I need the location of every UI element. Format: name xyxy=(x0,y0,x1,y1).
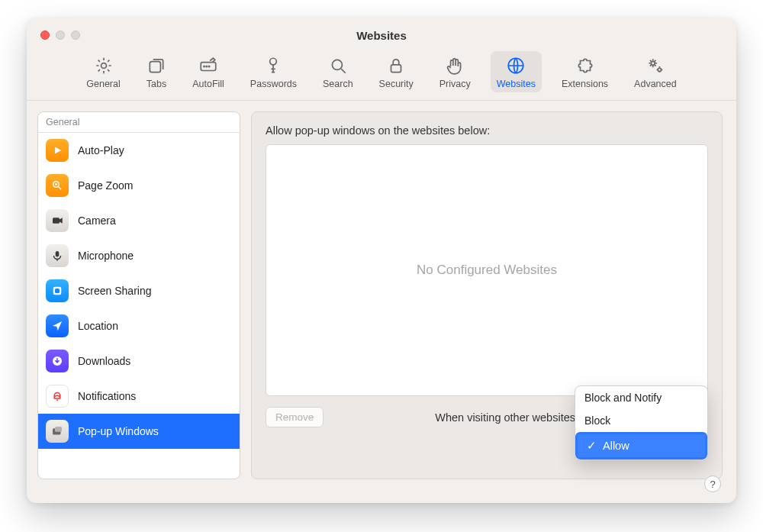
sidebar-item-downloads[interactable]: Downloads xyxy=(38,343,240,379)
sidebar-item-label: Microphone xyxy=(78,250,134,262)
tab-label: Passwords xyxy=(250,79,297,89)
tab-label: Advanced xyxy=(634,79,677,89)
tab-general[interactable]: General xyxy=(80,51,126,92)
sidebar-item-label: Location xyxy=(78,320,118,332)
list-empty-text: No Configured Websites xyxy=(417,263,557,278)
sidebar: General Auto-Play Page Zoom Camera Micro… xyxy=(37,111,240,479)
svg-point-0 xyxy=(101,63,106,69)
window-title: Websites xyxy=(27,18,736,42)
popup-icon xyxy=(46,420,69,443)
tab-label: Tabs xyxy=(146,79,166,89)
tab-label: Websites xyxy=(497,79,536,89)
tab-search[interactable]: Search xyxy=(317,51,359,92)
sidebar-item-label: Downloads xyxy=(78,355,130,367)
svg-point-5 xyxy=(208,66,209,66)
sidebar-item-label: Notifications xyxy=(78,390,136,402)
autofill-icon xyxy=(198,56,218,76)
svg-point-10 xyxy=(651,61,655,65)
menu-item-block-and-notify[interactable]: Block and Notify xyxy=(575,386,707,409)
svg-rect-14 xyxy=(56,251,60,257)
tab-tabs[interactable]: Tabs xyxy=(140,51,172,92)
policy-dropdown-menu: Block and Notify Block ✓ Allow xyxy=(575,385,708,460)
tab-passwords[interactable]: Passwords xyxy=(244,51,303,92)
search-icon xyxy=(328,56,348,76)
svg-rect-16 xyxy=(55,289,60,293)
download-icon xyxy=(46,350,69,372)
svg-point-6 xyxy=(270,58,277,65)
tab-extensions[interactable]: Extensions xyxy=(555,51,614,92)
screenshare-icon xyxy=(46,279,69,302)
menu-item-label: Allow xyxy=(603,440,629,452)
tab-label: Search xyxy=(323,79,353,89)
sidebar-item-label: Pop-up Windows xyxy=(78,425,159,437)
hand-icon xyxy=(445,56,465,76)
sidebar-item-page-zoom[interactable]: Page Zoom xyxy=(38,168,240,203)
svg-point-4 xyxy=(206,66,207,66)
bell-icon xyxy=(46,385,69,408)
sidebar-item-notifications[interactable]: Notifications xyxy=(38,379,240,414)
svg-rect-13 xyxy=(53,218,60,224)
menu-item-block[interactable]: Block xyxy=(575,409,707,432)
puzzle-icon xyxy=(575,56,595,76)
tab-label: Security xyxy=(379,79,414,89)
svg-rect-8 xyxy=(391,65,401,73)
preferences-window: Websites General Tabs AutoFill Passwords… xyxy=(27,18,736,503)
svg-point-11 xyxy=(658,68,661,71)
tab-label: Privacy xyxy=(439,79,471,89)
svg-rect-20 xyxy=(55,427,62,432)
mic-icon xyxy=(46,244,69,267)
svg-point-18 xyxy=(56,399,58,401)
check-icon: ✓ xyxy=(587,440,597,452)
main-panel: Allow pop-up windows on the websites bel… xyxy=(251,111,723,479)
camera-icon xyxy=(46,209,69,232)
gears-icon xyxy=(645,56,665,76)
tab-autofill[interactable]: AutoFill xyxy=(186,51,230,92)
location-icon xyxy=(46,314,69,337)
minimize-window-button[interactable] xyxy=(56,31,65,40)
sidebar-item-screen-sharing[interactable]: Screen Sharing xyxy=(38,273,240,308)
tab-websites[interactable]: Websites xyxy=(491,51,542,92)
sidebar-section-header: General xyxy=(38,112,240,133)
websites-list[interactable]: No Configured Websites xyxy=(266,144,708,396)
svg-point-7 xyxy=(332,60,342,69)
sidebar-item-popup-windows[interactable]: Pop-up Windows xyxy=(38,414,240,449)
gear-icon xyxy=(94,56,114,76)
play-icon xyxy=(46,139,69,162)
tab-security[interactable]: Security xyxy=(373,51,420,92)
key-icon xyxy=(263,56,283,76)
tab-label: AutoFill xyxy=(192,79,224,89)
svg-point-3 xyxy=(204,66,204,66)
tab-label: General xyxy=(86,79,120,89)
remove-button[interactable]: Remove xyxy=(266,407,324,427)
tabs-icon xyxy=(146,56,166,76)
globe-icon xyxy=(506,56,526,76)
sidebar-item-location[interactable]: Location xyxy=(38,308,240,343)
tab-label: Extensions xyxy=(562,79,608,89)
sidebar-item-microphone[interactable]: Microphone xyxy=(38,238,240,273)
window-controls xyxy=(40,31,80,40)
preferences-toolbar: General Tabs AutoFill Passwords Search S… xyxy=(27,51,736,101)
svg-rect-1 xyxy=(150,62,160,73)
menu-item-allow[interactable]: ✓ Allow xyxy=(578,434,705,457)
main-caption: Allow pop-up windows on the websites bel… xyxy=(266,124,708,137)
sidebar-item-camera[interactable]: Camera xyxy=(38,203,240,238)
lock-icon xyxy=(386,56,406,76)
close-window-button[interactable] xyxy=(40,31,50,40)
zoom-icon xyxy=(46,174,69,197)
sidebar-item-label: Page Zoom xyxy=(78,179,133,192)
tab-advanced[interactable]: Advanced xyxy=(628,51,683,92)
sidebar-item-label: Auto-Play xyxy=(78,144,124,156)
sidebar-item-auto-play[interactable]: Auto-Play xyxy=(38,133,240,168)
tab-privacy[interactable]: Privacy xyxy=(433,51,477,92)
sidebar-item-label: Camera xyxy=(78,214,116,227)
help-button[interactable]: ? xyxy=(704,476,721,492)
zoom-window-button[interactable] xyxy=(71,31,80,40)
sidebar-item-label: Screen Sharing xyxy=(78,285,152,297)
